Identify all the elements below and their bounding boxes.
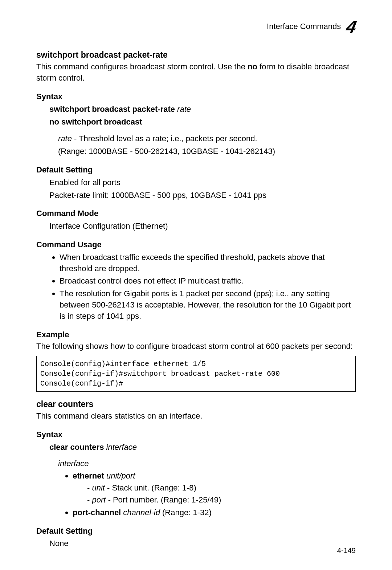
text: (Range: 1-32) bbox=[160, 508, 212, 517]
syntax-heading: Syntax bbox=[36, 429, 356, 440]
mode-text: Interface Configuration (Ethernet) bbox=[36, 221, 356, 232]
mode-heading: Command Mode bbox=[36, 208, 356, 219]
text-italic: channel-id bbox=[121, 508, 160, 517]
example-heading: Example bbox=[36, 329, 356, 341]
usage-heading: Command Usage bbox=[36, 239, 356, 251]
text-italic: unit/port bbox=[104, 471, 135, 480]
text: Port number. (Range: 1-25/49) bbox=[111, 495, 221, 504]
text-bold: port-channel bbox=[73, 508, 121, 517]
command-title: switchport broadcast packet-rate bbox=[36, 49, 356, 61]
text-bold: clear counters bbox=[49, 443, 104, 452]
default-heading: Default Setting bbox=[36, 164, 356, 176]
default-heading: Default Setting bbox=[36, 526, 356, 537]
command-description: This command configures broadcast storm … bbox=[36, 61, 356, 84]
example-intro: The following shows how to configure bro… bbox=[36, 341, 356, 352]
param-name: port - bbox=[92, 495, 110, 504]
syntax-line: no switchport broadcast bbox=[36, 117, 356, 128]
default-line: Enabled for all ports bbox=[36, 177, 356, 188]
interface-item: ethernet unit/port unit - Stack unit. (R… bbox=[73, 471, 356, 505]
syntax-line: clear counters interface bbox=[36, 442, 356, 453]
usage-item: Broadcast control does not effect IP mul… bbox=[60, 276, 356, 287]
param-range: (Range: 1000BASE - 500-262143, 10GBASE -… bbox=[36, 146, 356, 157]
sub-item: unit - Stack unit. (Range: 1-8) bbox=[87, 483, 356, 494]
text-bold: switchport broadcast packet-rate bbox=[49, 105, 175, 114]
syntax-line: switchport broadcast packet-rate rate bbox=[36, 104, 356, 115]
usage-item: When broadcast traffic exceeds the speci… bbox=[60, 252, 356, 274]
usage-item: The resolution for Gigabit ports is 1 pa… bbox=[60, 288, 356, 322]
interface-item: port-channel channel-id (Range: 1-32) bbox=[73, 507, 356, 518]
code-example: Console(config)#interface ethernet 1/5 C… bbox=[36, 356, 356, 392]
text-italic: interface bbox=[104, 443, 137, 452]
command-description: This command clears statistics on an int… bbox=[36, 411, 356, 422]
sub-item: port - Port number. (Range: 1-25/49) bbox=[87, 494, 356, 506]
param-desc: rate - Threshold level as a rate; i.e., … bbox=[36, 133, 356, 144]
text-italic: rate bbox=[175, 105, 191, 114]
section-title: Interface Commands bbox=[267, 21, 341, 32]
sub-list: unit - Stack unit. (Range: 1-8) port - P… bbox=[73, 483, 356, 506]
syntax-heading: Syntax bbox=[36, 91, 356, 102]
param-name: unit bbox=[92, 483, 105, 492]
default-line: Packet-rate limit: 1000BASE - 500 pps, 1… bbox=[36, 190, 356, 201]
keyword-no: no bbox=[248, 62, 257, 71]
page-number: 4-149 bbox=[337, 545, 356, 555]
usage-list: When broadcast traffic exceeds the speci… bbox=[36, 252, 356, 322]
chapter-number-icon: 4 bbox=[344, 15, 358, 39]
interface-label: interface bbox=[36, 458, 356, 469]
text: - Threshold level as a rate; i.e., packe… bbox=[72, 134, 257, 143]
text: - Stack unit. (Range: 1-8) bbox=[105, 483, 196, 492]
default-text: None bbox=[36, 538, 356, 549]
page-header: Interface Commands 4 bbox=[36, 15, 356, 39]
text: This command configures broadcast storm … bbox=[36, 62, 248, 71]
command-title: clear counters bbox=[36, 398, 356, 410]
param-name: rate bbox=[58, 134, 72, 143]
interface-list: ethernet unit/port unit - Stack unit. (R… bbox=[36, 471, 356, 518]
text-bold: ethernet bbox=[73, 471, 104, 480]
